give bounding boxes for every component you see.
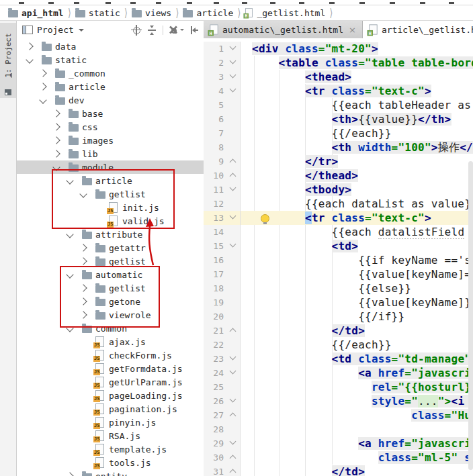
tree-item-templatejs[interactable]: template.js	[17, 442, 204, 456]
tree-item-article[interactable]: article	[17, 80, 204, 93]
tool-window-button-project[interactable]: 1: Project	[0, 23, 16, 98]
fold-end-icon[interactable]	[230, 469, 236, 476]
locate-file-icon[interactable]	[131, 25, 142, 36]
tree-chevron-right-icon[interactable]	[54, 147, 59, 160]
code-line-4[interactable]: 4 <tr class="text-c">	[204, 84, 473, 98]
fold-gutter[interactable]	[226, 154, 241, 169]
fold-gutter[interactable]	[226, 394, 241, 408]
gear-dropdown-caret[interactable]	[180, 29, 184, 31]
code-line-25[interactable]: 25 rel="{{hosturl}}"	[204, 380, 473, 394]
fold-gutter[interactable]	[226, 352, 241, 366]
tree-chevron-right-icon[interactable]	[81, 308, 86, 322]
fold-gutter[interactable]	[226, 169, 241, 183]
code-line-28[interactable]: 28	[204, 422, 473, 436]
collapse-all-icon[interactable]	[146, 25, 157, 36]
breadcrumb-item-_getlisthtml[interactable]: _getlist.html	[245, 7, 325, 18]
fold-gutter[interactable]	[226, 183, 241, 197]
code-line-17[interactable]: 17 {{value[keyName]==1?'启用':'停用'}}	[204, 267, 473, 281]
fold-end-icon[interactable]	[230, 159, 236, 166]
fold-gutter[interactable]	[226, 366, 241, 380]
intention-bulb-icon[interactable]	[261, 214, 269, 223]
tree-item-getlist[interactable]: getlist	[17, 187, 204, 201]
code-line-9[interactable]: 9 </tr>	[204, 154, 473, 169]
tree-item-attribute[interactable]: attribute	[17, 228, 204, 241]
code-line-3[interactable]: 3 <thead>	[204, 70, 473, 84]
tree-item-module[interactable]: module	[17, 160, 204, 174]
code-line-22[interactable]: 22 {{/each}}	[204, 338, 473, 352]
tree-item-initjs[interactable]: init.js	[17, 201, 204, 214]
fold-end-icon[interactable]	[230, 455, 236, 462]
tree-item-getlist[interactable]: getlist	[17, 254, 204, 268]
fold-collapse-icon[interactable]	[230, 58, 236, 64]
tree-item-common[interactable]: common	[17, 322, 204, 335]
tree-chevron-right-icon[interactable]	[40, 66, 46, 80]
tree-item-static[interactable]: static	[17, 53, 204, 66]
tree-chevron-right-icon[interactable]	[40, 80, 46, 93]
tree-item-pageLoadingjs[interactable]: pageLoading.js	[17, 389, 204, 402]
fold-gutter[interactable]	[226, 56, 241, 70]
tree-item-images[interactable]: images	[17, 134, 204, 147]
code-line-18[interactable]: 18 {{else}}	[204, 281, 473, 295]
code-line-26[interactable]: 26 style="..."><i	[204, 394, 473, 408]
fold-gutter[interactable]	[226, 239, 241, 253]
fold-collapse-icon[interactable]	[230, 86, 236, 93]
tree-item-viewrole[interactable]: viewrole	[17, 308, 204, 322]
fold-gutter[interactable]	[226, 436, 241, 450]
fold-gutter[interactable]	[226, 408, 241, 422]
fold-gutter[interactable]	[226, 465, 241, 476]
tree-chevron-right-icon[interactable]	[81, 241, 86, 254]
tree-item-RSAjs[interactable]: RSA.js	[17, 429, 204, 442]
tree-chevron-right-icon[interactable]	[54, 134, 59, 147]
tree-chevron-down-icon[interactable]	[40, 93, 46, 107]
code-line-6[interactable]: 6 <th>{{value}}</th>	[204, 112, 473, 126]
code-line-20[interactable]: 20 {{/if}}	[204, 310, 473, 324]
fold-collapse-icon[interactable]	[230, 213, 236, 220]
editor-scrollbar-thumb[interactable]	[468, 161, 473, 470]
fold-end-icon[interactable]	[230, 328, 236, 335]
gear-icon[interactable]	[168, 25, 179, 36]
tree-chevron-right-icon[interactable]	[67, 469, 73, 476]
code-line-30[interactable]: 30 class="ml-5" style="..."	[204, 450, 473, 465]
tree-item-getUrlParamjs[interactable]: getUrlParam.js	[17, 375, 204, 389]
tree-item-ajaxjs[interactable]: ajax.js	[17, 335, 204, 348]
code-line-19[interactable]: 19 {{value[keyName]}}	[204, 295, 473, 310]
code-line-14[interactable]: 14 {{each datalistField as keyName}}	[204, 225, 473, 239]
project-view-dropdown[interactable]	[79, 29, 84, 32]
close-tab-icon[interactable]: ×	[349, 25, 356, 35]
tree-item-css[interactable]: css	[17, 120, 204, 134]
fold-collapse-icon[interactable]	[230, 44, 236, 50]
fold-gutter[interactable]	[226, 84, 241, 98]
tree-chevron-down-icon[interactable]	[67, 228, 73, 241]
fold-gutter[interactable]	[226, 324, 241, 338]
breadcrumb-item-static[interactable]: static	[75, 8, 120, 18]
tree-item-automatic[interactable]: automatic	[17, 268, 204, 281]
fold-gutter[interactable]	[226, 70, 241, 84]
tree-chevron-right-icon[interactable]	[54, 107, 59, 120]
code-line-2[interactable]: 2 <table class="table table-bordered">	[204, 56, 473, 70]
tree-item-_common[interactable]: _common	[17, 66, 204, 80]
tree-item-dev[interactable]: dev	[17, 93, 204, 107]
code-line-5[interactable]: 5 {{each tableHeader as $index}}	[204, 98, 473, 112]
code-line-1[interactable]: 1<div class="mt-20">	[204, 42, 473, 56]
code-line-23[interactable]: 23 <td class="td-manage">	[204, 352, 473, 366]
code-line-31[interactable]: 31 </td>	[204, 465, 473, 476]
tree-item-getlist[interactable]: getlist	[17, 281, 204, 295]
tree-chevron-down-icon[interactable]	[67, 322, 73, 335]
breadcrumb-item-views[interactable]: views	[132, 8, 171, 18]
code-line-10[interactable]: 10 </thead>	[204, 169, 473, 183]
code-line-27[interactable]: 27 class="Hui-iconfont"	[204, 408, 473, 422]
fold-collapse-icon[interactable]	[230, 72, 236, 79]
fold-collapse-icon[interactable]	[230, 396, 236, 403]
tree-item-validjs[interactable]: valid.js	[17, 214, 204, 228]
tree-item-getFormdatajs[interactable]: getFormdata.js	[17, 362, 204, 375]
tree-item-pinyinjs[interactable]: pinyin.js	[17, 416, 204, 429]
tree-item-entity[interactable]: entity	[17, 469, 204, 476]
fold-gutter[interactable]	[226, 211, 241, 225]
tree-chevron-right-icon[interactable]	[54, 120, 59, 134]
tree-item-checkFormjs[interactable]: checkForm.js	[17, 348, 204, 362]
tree-item-toolsjs[interactable]: tools.js	[17, 456, 204, 469]
fold-end-icon[interactable]	[230, 173, 236, 180]
code-line-12[interactable]: 12 {{each dataList as value}}	[204, 197, 473, 211]
fold-collapse-icon[interactable]	[230, 241, 236, 248]
fold-collapse-icon[interactable]	[230, 185, 236, 191]
